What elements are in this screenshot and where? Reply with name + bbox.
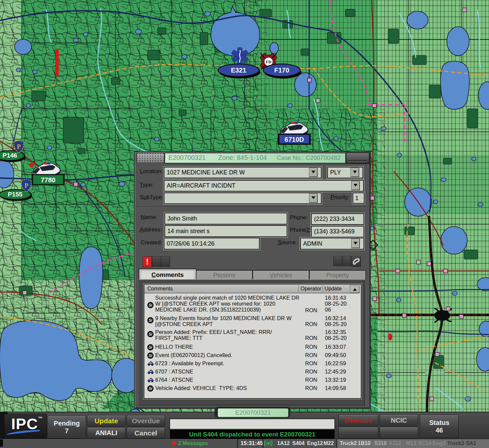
svg-text:P: P: [17, 143, 21, 150]
svg-text:P146: P146: [3, 152, 17, 159]
svg-text:7780: 7780: [41, 176, 56, 184]
svg-text:6710D: 6710D: [285, 136, 304, 143]
svg-text:F170: F170: [274, 67, 289, 74]
svg-text:P155: P155: [8, 191, 23, 198]
svg-text:P: P: [24, 182, 28, 189]
svg-text:FD: FD: [266, 59, 271, 64]
svg-text:E321: E321: [231, 67, 246, 74]
